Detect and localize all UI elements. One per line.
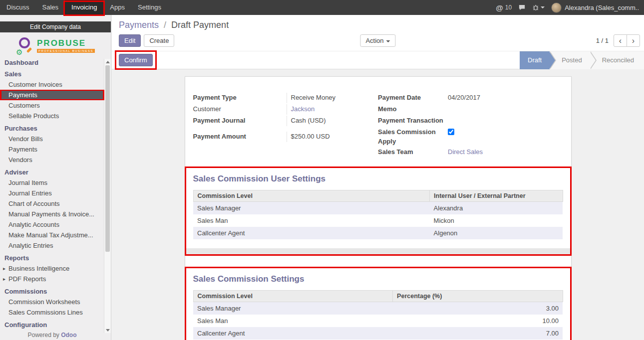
create-button[interactable]: Create [144,34,174,47]
sidebar-heading-dashboard[interactable]: Dashboard [0,57,104,68]
user-avatar [551,2,562,13]
sidebar-item-vendor-bills[interactable]: Vendor Bills [0,134,104,144]
sidebar-section-adviser: Journal Items Journal Entries Chart of A… [0,177,104,251]
customer-label: Customer [193,104,287,115]
menu-sales[interactable]: Sales [36,0,65,15]
user-settings-title: Sales Commission User Settings [193,174,563,184]
payment-type-value: Receive Money [287,93,378,103]
edit-company-data-button[interactable]: Edit Company data [0,21,111,32]
sidebar-item-manual-tax-adjustment[interactable]: Make Manual Tax Adjustme... [0,230,104,240]
sidebar-menu: Dashboard Sales Customer Invoices Paymen… [0,57,104,330]
scrollbar-thumb[interactable] [105,65,110,252]
sales-team-field: Sales Team Direct Sales [378,147,563,158]
cell-user: Mickon [430,214,563,227]
sidebar-item-sellable-products[interactable]: Sellable Products [0,111,104,121]
odoo-link[interactable]: Odoo [61,332,76,339]
main-content: Payments / Draft Payment Edit Create Act… [112,15,644,340]
sidebar-item-sales-commissions-lines[interactable]: Sales Commissions Lines [0,307,104,318]
action-dropdown-button[interactable]: Action [360,34,395,47]
mentions-button[interactable]: @ 10 [496,3,512,12]
fields-left-column: Payment Type Receive Money Customer Jack… [193,93,378,159]
user-settings-table: Commission Level Internal User / Externa… [193,190,563,239]
fields-right-column: Payment Date 04/20/2017 Memo Payment Tra… [378,93,563,159]
payment-transaction-value [448,116,563,126]
payment-date-value: 04/20/2017 [448,93,563,103]
col-commission-level[interactable]: Commission Level [193,190,430,202]
sidebar-item-customer-invoices[interactable]: Customer Invoices [0,79,104,90]
magnifier-handle [26,47,32,53]
pager-previous-button[interactable]: ‹ [614,34,627,47]
customer-link[interactable]: Jackson [291,105,315,113]
sales-team-link[interactable]: Direct Sales [448,148,483,156]
user-menu[interactable]: Alexandra (Sales_comm.. [551,2,639,13]
col-internal-user[interactable]: Internal User / External Partner [430,190,563,202]
user-name: Alexandra (Sales_comm.. [565,4,639,11]
menu-discuss[interactable]: Discuss [0,0,36,15]
confirm-button[interactable]: Confirm [119,54,153,66]
sidebar-heading-reports[interactable]: Reports [0,253,104,263]
breadcrumb-current: Draft Payment [171,20,229,30]
statusbar: Draft Posted Reconciled [520,51,644,69]
status-draft[interactable]: Draft [520,51,550,69]
col-percentage[interactable]: Percentage (%) [393,291,563,302]
table-row[interactable]: Sales Man 10.00 [193,315,563,327]
control-panel: Edit Create Action 1 / 1 ‹ › [112,32,644,51]
commission-settings-title: Sales Commission Settings [193,274,563,284]
table-row[interactable]: Callcenter Agent 7.00 [193,327,563,340]
sidebar-item-customers[interactable]: Customers [0,100,104,111]
sidebar-section-sales: Customer Invoices Payments Customers Sel… [0,79,104,121]
sidebar-item-payments[interactable]: Payments [0,90,104,100]
payment-transaction-field: Payment Transaction [378,116,563,126]
sidebar-heading-adviser[interactable]: Adviser [0,167,104,177]
breadcrumb-parent-link[interactable]: Payments [119,20,159,30]
chat-icon[interactable] [518,4,526,11]
sidebar-scrollbar[interactable] [104,59,111,333]
pager-buttons: ‹ › [614,34,640,47]
pager-next-button[interactable]: › [627,34,640,47]
sales-commission-user-settings-section: Sales Commission User Settings Commissio… [185,167,572,256]
cell-user: Algenon [430,227,563,239]
sidebar-item-purchase-payments[interactable]: Payments [0,144,104,155]
chevron-down-icon [386,40,390,42]
gear-icon: ⚙ [16,48,22,56]
sidebar-item-manual-payments[interactable]: Manual Payments & Invoice... [0,209,104,219]
col-commission-level[interactable]: Commission Level [193,291,393,302]
sidebar-item-analytic-accounts[interactable]: Analytic Accounts [0,219,104,230]
sidebar-item-journal-entries[interactable]: Journal Entries [0,188,104,198]
pager-value: 1 / 1 [596,37,609,44]
sidebar-item-vendors[interactable]: Vendors [0,155,104,165]
cell-percentage: 10.00 [393,315,563,327]
sidebar-item-chart-of-accounts[interactable]: Chart of Accounts [0,198,104,209]
section-footer-strip [186,248,570,254]
cell-level: Sales Man [193,214,430,227]
sales-commission-apply-checkbox[interactable] [448,129,454,135]
powered-by: Powered by Odoo [0,330,104,340]
debug-bug-icon[interactable] [532,4,545,11]
company-logo: ⚙ PROBUSE PROFESSIONAL BUSINESS [0,32,111,57]
sidebar-item-analytic-entries[interactable]: Analytic Entries [0,240,104,251]
cell-level: Sales Manager [193,202,430,215]
sidebar-heading-configuration[interactable]: Configuration [0,320,104,330]
menu-invoicing[interactable]: Invoicing [65,0,103,15]
sidebar-heading-commissions[interactable]: Commissions [0,286,104,297]
sidebar-item-business-intelligence[interactable]: Business Intelligence [0,263,104,274]
menu-settings[interactable]: Settings [131,0,168,15]
scroll-up-arrow-icon[interactable] [104,59,111,65]
form-area: Payment Type Receive Money Customer Jack… [112,69,644,340]
payment-journal-label: Payment Journal [193,116,287,126]
sidebar-item-pdf-reports[interactable]: PDF Reports [0,274,104,284]
scroll-down-arrow-icon[interactable] [104,327,111,333]
table-row[interactable]: Callcenter Agent Algenon [193,227,563,239]
menu-apps[interactable]: Apps [103,0,131,15]
sidebar-heading-sales[interactable]: Sales [0,69,104,79]
magnifier-icon [19,37,30,48]
edit-button[interactable]: Edit [119,34,141,47]
status-reconciled[interactable]: Reconciled [590,51,644,69]
table-row[interactable]: Sales Manager 3.00 [193,302,563,315]
table-row[interactable]: Sales Man Mickon [193,214,563,227]
sidebar-item-journal-items[interactable]: Journal Items [0,177,104,188]
sidebar-heading-purchases[interactable]: Purchases [0,123,104,134]
table-row[interactable]: Sales Manager Alexandra [193,202,563,215]
sidebar-item-commission-worksheets[interactable]: Commission Worksheets [0,297,104,307]
main-menu: Discuss Sales Invoicing Apps Settings [0,0,168,15]
